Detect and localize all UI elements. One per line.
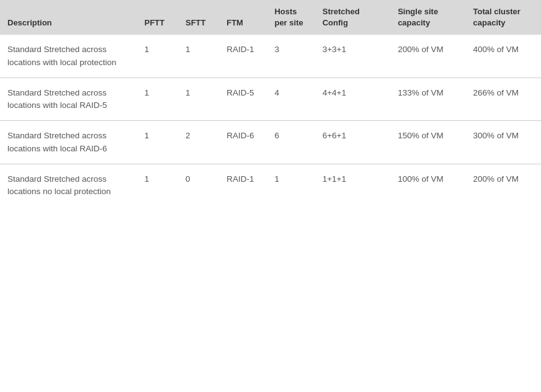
header-sftt: SFTT bbox=[178, 0, 219, 35]
cell-stretched-config: 6+6+1 bbox=[315, 121, 390, 164]
cell-ftm: RAID-5 bbox=[219, 78, 267, 121]
header-stretched-config: Stretched Config bbox=[315, 0, 390, 35]
cell-total-cluster-capacity: 400% of VM bbox=[466, 35, 541, 78]
cell-hosts-per-site: 3 bbox=[267, 35, 315, 78]
cell-hosts-per-site: 1 bbox=[267, 164, 315, 207]
cell-total-cluster-capacity: 200% of VM bbox=[466, 164, 541, 207]
cell-ftm: RAID-1 bbox=[219, 164, 267, 207]
table-row: Standard Stretched across locations with… bbox=[0, 78, 541, 121]
main-table-wrapper: Description PFTT SFTT FTM Hosts per site… bbox=[0, 0, 541, 207]
cell-pftt: 1 bbox=[137, 35, 178, 78]
cell-pftt: 1 bbox=[137, 121, 178, 164]
header-hosts-per-site: Hosts per site bbox=[267, 0, 315, 35]
cell-description: Standard Stretched across locations with… bbox=[0, 121, 137, 164]
cell-ftm: RAID-1 bbox=[219, 35, 267, 78]
cell-single-site-capacity: 150% of VM bbox=[390, 121, 465, 164]
header-total-cluster-capacity: Total cluster capacity bbox=[466, 0, 541, 35]
table-row: Standard Stretched across locations with… bbox=[0, 121, 541, 164]
cell-description: Standard Stretched across locations with… bbox=[0, 78, 137, 121]
cell-single-site-capacity: 100% of VM bbox=[390, 164, 465, 207]
cell-pftt: 1 bbox=[137, 78, 178, 121]
cell-ftm: RAID-6 bbox=[219, 121, 267, 164]
header-ftm: FTM bbox=[219, 0, 267, 35]
capacity-table: Description PFTT SFTT FTM Hosts per site… bbox=[0, 0, 541, 207]
cell-total-cluster-capacity: 300% of VM bbox=[466, 121, 541, 164]
cell-description: Standard Stretched across locations with… bbox=[0, 35, 137, 78]
cell-pftt: 1 bbox=[137, 164, 178, 207]
cell-stretched-config: 3+3+1 bbox=[315, 35, 390, 78]
table-row: Standard Stretched across locations no l… bbox=[0, 164, 541, 207]
table-header-row: Description PFTT SFTT FTM Hosts per site… bbox=[0, 0, 541, 35]
cell-stretched-config: 1+1+1 bbox=[315, 164, 390, 207]
cell-stretched-config: 4+4+1 bbox=[315, 78, 390, 121]
cell-sftt: 0 bbox=[178, 164, 219, 207]
header-description: Description bbox=[0, 0, 137, 35]
cell-single-site-capacity: 200% of VM bbox=[390, 35, 465, 78]
header-single-site-capacity: Single site capacity bbox=[390, 0, 465, 35]
table-row: Standard Stretched across locations with… bbox=[0, 35, 541, 78]
cell-sftt: 1 bbox=[178, 35, 219, 78]
cell-sftt: 1 bbox=[178, 78, 219, 121]
cell-hosts-per-site: 6 bbox=[267, 121, 315, 164]
cell-hosts-per-site: 4 bbox=[267, 78, 315, 121]
header-pftt: PFTT bbox=[137, 0, 178, 35]
cell-sftt: 2 bbox=[178, 121, 219, 164]
cell-description: Standard Stretched across locations no l… bbox=[0, 164, 137, 207]
cell-single-site-capacity: 133% of VM bbox=[390, 78, 465, 121]
cell-total-cluster-capacity: 266% of VM bbox=[466, 78, 541, 121]
